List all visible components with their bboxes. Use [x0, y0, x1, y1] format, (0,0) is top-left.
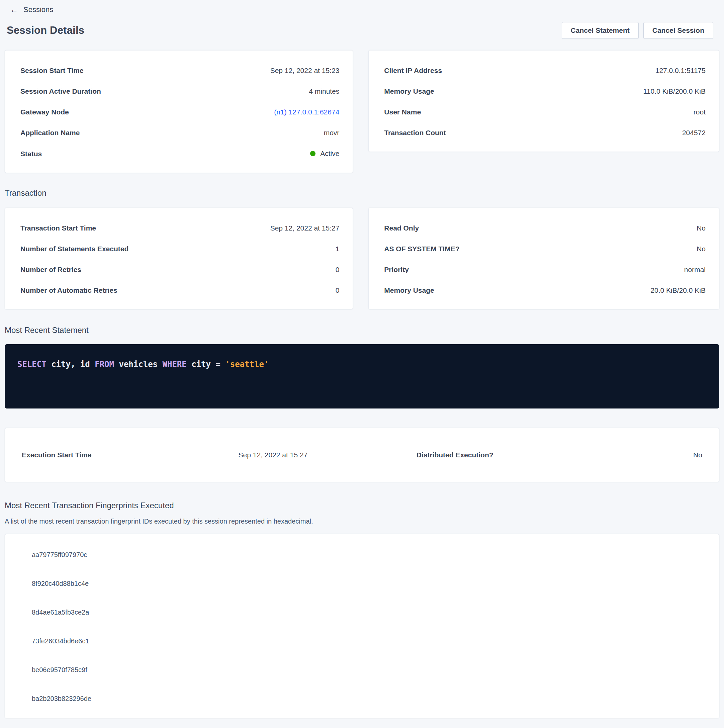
memory-usage-row: Memory Usage 110.0 KiB/200.0 KiB: [384, 87, 706, 95]
sql-statement: SELECT city, id FROM vehicles WHERE city…: [17, 359, 707, 369]
session-info-card: Session Start Time Sep 12, 2022 at 15:23…: [5, 50, 353, 173]
client-info-card: Client IP Address 127.0.0.1:51175 Memory…: [368, 50, 719, 152]
sql-keyword: SELECT: [17, 359, 46, 369]
row-value: Sep 12, 2022 at 15:23: [270, 67, 340, 75]
fingerprint-id: 8d4ae61a5fb3ce2a: [20, 609, 704, 616]
row-label: Distributed Execution?: [416, 451, 493, 459]
page-title: Session Details: [7, 24, 84, 37]
row-value: normal: [684, 266, 706, 274]
row-label: Number of Automatic Retries: [20, 286, 118, 294]
status-row: Status Active: [20, 150, 339, 158]
sql-string-literal: 'seattle': [225, 359, 269, 369]
row-value: 0: [335, 286, 340, 294]
fingerprint-id: aa79775ff097970c: [20, 551, 704, 559]
session-start-time-row: Session Start Time Sep 12, 2022 at 15:23: [20, 67, 339, 75]
transaction-cards-row: Transaction Start Time Sep 12, 2022 at 1…: [5, 208, 719, 309]
execution-start-time-pair: Execution Start Time Sep 12, 2022 at 15:…: [22, 451, 308, 459]
execution-card: Execution Start Time Sep 12, 2022 at 15:…: [5, 428, 719, 482]
transaction-count-row: Transaction Count 204572: [384, 129, 706, 137]
gateway-node-link[interactable]: (n1) 127.0.0.1:62674: [274, 108, 339, 116]
row-label: Number of Statements Executed: [20, 245, 129, 253]
fingerprints-section-heading: Most Recent Transaction Fingerprints Exe…: [5, 501, 719, 510]
cancel-session-button[interactable]: Cancel Session: [643, 22, 713, 39]
sql-text: vehicles: [114, 359, 162, 369]
row-label: Priority: [384, 266, 409, 274]
session-active-duration-row: Session Active Duration 4 minutes: [20, 87, 339, 95]
gateway-node-row: Gateway Node (n1) 127.0.0.1:62674: [20, 108, 339, 116]
page-header: Session Details Cancel Statement Cancel …: [7, 22, 713, 39]
retries-row: Number of Retries 0: [20, 266, 339, 274]
row-value: Sep 12, 2022 at 15:27: [270, 224, 340, 232]
row-value: 4 minutes: [309, 87, 339, 95]
sql-keyword: WHERE: [162, 359, 187, 369]
row-value: root: [693, 108, 706, 116]
row-value: 1: [335, 245, 340, 253]
row-value: No: [696, 224, 706, 232]
transaction-start-time-row: Transaction Start Time Sep 12, 2022 at 1…: [20, 224, 339, 232]
fingerprint-id: ba2b203b823296de: [20, 695, 704, 703]
fingerprint-id: 8f920c40d88b1c4e: [20, 580, 704, 587]
breadcrumb: ← Sessions: [0, 0, 724, 14]
back-link-label: Sessions: [23, 5, 53, 14]
row-value: 0: [335, 266, 340, 274]
cancel-statement-button[interactable]: Cancel Statement: [562, 22, 639, 39]
fingerprint-id: 73fe26034bd6e6c1: [20, 637, 704, 645]
transaction-memory-usage-row: Memory Usage 20.0 KiB/20.0 KiB: [384, 286, 706, 294]
statements-executed-row: Number of Statements Executed 1: [20, 245, 339, 253]
row-label: Client IP Address: [384, 67, 442, 75]
transaction-right-card: Read Only No AS OF SYSTEM TIME? No Prior…: [368, 208, 719, 309]
row-label: Session Start Time: [20, 67, 84, 75]
row-value: 20.0 KiB/20.0 KiB: [651, 286, 706, 294]
row-label: Memory Usage: [384, 87, 434, 95]
row-label: Execution Start Time: [22, 451, 92, 459]
session-summary-row: Session Start Time Sep 12, 2022 at 15:23…: [5, 50, 719, 173]
row-label: Gateway Node: [20, 108, 69, 116]
row-label: Number of Retries: [20, 266, 81, 274]
distributed-execution-pair: Distributed Execution? No: [416, 451, 702, 459]
row-value: 204572: [682, 129, 706, 137]
transaction-left-card: Transaction Start Time Sep 12, 2022 at 1…: [5, 208, 353, 309]
back-to-sessions-link[interactable]: ← Sessions: [10, 5, 53, 14]
row-label: Read Only: [384, 224, 419, 232]
sql-keyword: FROM: [95, 359, 114, 369]
fingerprints-card: aa79775ff097970c 8f920c40d88b1c4e 8d4ae6…: [5, 534, 719, 718]
session-details-page: ← Sessions Session Details Cancel Statem…: [0, 0, 724, 728]
transaction-section-heading: Transaction: [5, 188, 719, 198]
row-value: No: [696, 245, 706, 253]
row-label: Status: [20, 150, 42, 158]
sql-statement-box: SELECT city, id FROM vehicles WHERE city…: [5, 344, 719, 408]
fingerprint-id: be06e9570f785c9f: [20, 666, 704, 674]
as-of-system-time-row: AS OF SYSTEM TIME? No: [384, 245, 706, 253]
row-value: No: [693, 451, 702, 459]
row-label: Session Active Duration: [20, 87, 101, 95]
status-active-dot-icon: [310, 151, 315, 156]
row-label: Memory Usage: [384, 286, 434, 294]
status-value: Active: [320, 150, 339, 158]
row-value: movr: [324, 129, 340, 137]
user-name-row: User Name root: [384, 108, 706, 116]
row-label: User Name: [384, 108, 421, 116]
application-name-row: Application Name movr: [20, 129, 339, 137]
read-only-row: Read Only No: [384, 224, 706, 232]
header-actions: Cancel Statement Cancel Session: [562, 22, 713, 39]
row-label: AS OF SYSTEM TIME?: [384, 245, 459, 253]
row-label: Application Name: [20, 129, 80, 137]
fingerprints-description: A list of the most recent transaction fi…: [5, 518, 719, 525]
row-value: 110.0 KiB/200.0 KiB: [643, 87, 706, 95]
row-label: Transaction Count: [384, 129, 445, 137]
client-ip-row: Client IP Address 127.0.0.1:51175: [384, 67, 706, 75]
row-label: Transaction Start Time: [20, 224, 96, 232]
automatic-retries-row: Number of Automatic Retries 0: [20, 286, 339, 294]
row-value: Sep 12, 2022 at 15:27: [239, 451, 308, 459]
statement-section-heading: Most Recent Statement: [5, 326, 719, 335]
row-value: 127.0.0.1:51175: [655, 67, 706, 75]
priority-row: Priority normal: [384, 266, 706, 274]
sql-text: city, id: [46, 359, 95, 369]
back-arrow-icon: ←: [10, 6, 18, 14]
status-badge: Active: [310, 150, 339, 158]
sql-text: city =: [187, 359, 225, 369]
